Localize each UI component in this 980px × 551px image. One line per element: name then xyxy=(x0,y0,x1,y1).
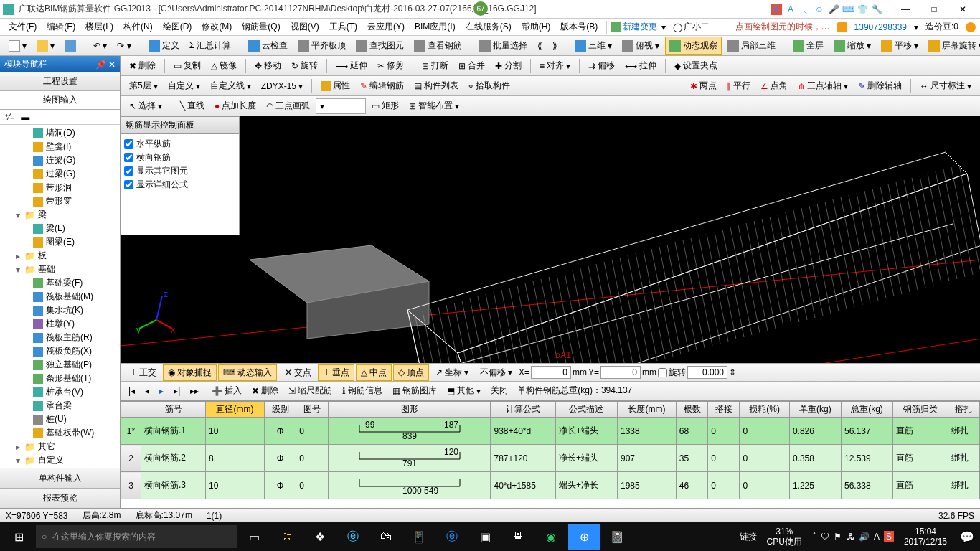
menu-file[interactable]: 文件(F) xyxy=(4,19,41,35)
rebar-info-button[interactable]: ℹ 钢筋信息 xyxy=(339,383,386,398)
three-aux-button[interactable]: ⋔ 三点辅轴 ▾ xyxy=(793,77,852,95)
tree-item[interactable]: 基础梁(F) xyxy=(0,276,120,290)
mid-toggle[interactable]: △ 中点 xyxy=(356,364,392,381)
voice-icon[interactable]: ◟ xyxy=(799,4,811,15)
two-point-button[interactable]: ✱ 两点 xyxy=(686,77,721,95)
rotate-button[interactable]: ↻ 旋转 xyxy=(287,57,322,75)
tree-item[interactable]: ▸📁其它 xyxy=(0,440,120,453)
rebar-close-button[interactable]: 关闭 xyxy=(487,383,512,398)
tray-up-icon[interactable]: ˄ xyxy=(812,532,816,542)
tree-item[interactable]: ▾📁基础 xyxy=(0,263,120,276)
tree-item[interactable]: 筏板主筋(R) xyxy=(0,331,120,344)
rebar-lib-button[interactable]: ▦ 钢筋图库 xyxy=(389,383,440,398)
rect-button[interactable]: ▭ 矩形 xyxy=(367,97,403,115)
cpu-widget[interactable]: 31%CPU使用 xyxy=(761,527,808,547)
rebar-nav-play[interactable]: ▸▸ xyxy=(187,385,202,397)
zdyx-dropdown[interactable]: ZDYX-15 ▾ xyxy=(257,78,307,94)
split-button[interactable]: ✚ 分割 xyxy=(491,57,526,75)
tree-item[interactable]: 壁龛(I) xyxy=(0,140,120,154)
cloud-check-button[interactable]: 云检查 xyxy=(244,37,292,55)
tray-lang-icon[interactable]: A xyxy=(874,532,880,542)
start-button[interactable]: ⊞ xyxy=(3,524,34,550)
line-button[interactable]: ╲ 直线 xyxy=(176,97,209,115)
arc3-dropdown[interactable]: ▾ xyxy=(316,98,366,114)
move-button[interactable]: ✥ 移动 xyxy=(250,57,286,75)
offset-mode-dropdown[interactable]: 不偏移 ▾ xyxy=(475,364,517,381)
menu-version[interactable]: 版本号(B) xyxy=(556,19,602,35)
phone-link[interactable]: 13907298339 xyxy=(854,22,907,32)
coord-mode[interactable]: ↗ 坐标 ▾ xyxy=(430,364,473,381)
flat-top-button[interactable]: 平齐板顶 xyxy=(293,37,350,55)
select-button[interactable]: ↖ 选择 ▾ xyxy=(125,97,166,115)
tree-item[interactable]: ▸📁板 xyxy=(0,249,120,263)
redo-button[interactable]: ↷ ▾ xyxy=(113,38,135,54)
pin-icon[interactable]: 📌 xyxy=(95,60,106,70)
new-change-link[interactable]: 新建变更 xyxy=(623,21,657,33)
taskbar-clock[interactable]: 15:042017/12/15 xyxy=(898,527,953,547)
tree-item[interactable]: 筏板负筋(X) xyxy=(0,344,120,358)
menu-edit[interactable]: 编辑(E) xyxy=(42,19,80,35)
tree[interactable]: 墙洞(D)壁龛(I)连梁(G)过梁(G)带形洞带形窗▾📁梁梁(L)圈梁(E)▸📁… xyxy=(0,125,120,468)
tree-item[interactable]: ▾📁梁 xyxy=(0,208,120,222)
pick-component-button[interactable]: ⌖ 拾取构件 xyxy=(464,77,514,95)
peak-toggle[interactable]: ◇ 顶点 xyxy=(393,364,429,381)
cross-toggle[interactable]: ✕ 交点 xyxy=(280,364,316,381)
keyboard-icon[interactable]: ⌨ xyxy=(842,4,854,15)
tree-item[interactable]: 承台梁 xyxy=(0,399,120,413)
x-input[interactable] xyxy=(531,366,571,379)
custom-line-dropdown[interactable]: 自定义线 ▾ xyxy=(206,77,255,95)
tree-item[interactable]: 柱墩(Y) xyxy=(0,317,120,331)
rebar-nav-first[interactable]: |◂ xyxy=(125,385,138,397)
align-button[interactable]: ≡ 对齐▾ xyxy=(535,57,575,75)
zoom-button[interactable]: 缩放▾ xyxy=(829,37,875,55)
store-icon[interactable]: 🛍 xyxy=(370,524,402,550)
menu-online[interactable]: 在线服务(S) xyxy=(461,19,516,35)
sidebar-close-icon[interactable]: ✕ xyxy=(108,60,116,70)
dimension-button[interactable]: ↔ 尺寸标注 ▾ xyxy=(915,77,976,95)
tray-net-icon[interactable]: 🖧 xyxy=(846,532,854,542)
y-input[interactable] xyxy=(600,366,641,379)
tree-item[interactable]: 带形窗 xyxy=(0,194,120,208)
phone-app-icon[interactable]: 📱 xyxy=(403,524,435,550)
angle-stepper[interactable]: ⇕ xyxy=(729,367,736,377)
tree-item[interactable]: 独立基础(P) xyxy=(0,358,120,372)
define-button[interactable]: 定义 xyxy=(144,37,184,55)
rebar-scale-button[interactable]: ⇲ 缩尺配筋 xyxy=(285,383,336,398)
expand-all-icon[interactable]: ⁺⁄₋ xyxy=(4,112,14,122)
smart-layout-button[interactable]: ⊞ 智能布置 ▾ xyxy=(405,97,463,115)
table-row[interactable]: 2横向钢筋.28Φ0791120787+120净长+端头90735000.358… xyxy=(121,445,980,472)
local-3d-button[interactable]: 局部三维 xyxy=(723,37,780,55)
sidebar-tab-draw[interactable]: 绘图输入 xyxy=(0,91,120,110)
tree-item[interactable]: 筏板基础(M) xyxy=(0,290,120,303)
view-rebar-button[interactable]: 查看钢筋 xyxy=(410,37,466,55)
dynamic-orbit-button[interactable]: 动态观察 xyxy=(665,37,722,55)
prev-ent-button[interactable]: ⟪ xyxy=(533,38,547,54)
del-aux-button[interactable]: ✎ 删除辅轴 xyxy=(854,77,906,95)
menu-tools[interactable]: 工具(T) xyxy=(325,19,362,35)
tree-item[interactable]: 连梁(G) xyxy=(0,154,120,167)
wrench-icon[interactable]: 🔧 xyxy=(871,4,882,15)
rebar-table[interactable]: 筋号直径(mm)级别图号图形计算公式公式描述长度(mm)根数搭接损耗(%)单重(… xyxy=(121,401,980,499)
printer-icon[interactable]: 🖶 xyxy=(502,524,534,550)
top-view-button[interactable]: 俯视▾ xyxy=(618,37,664,55)
ie-icon[interactable]: ⓔ xyxy=(337,524,369,550)
minimize-button[interactable]: — xyxy=(891,1,920,18)
arc3-button[interactable]: ◠ 三点画弧 xyxy=(262,97,314,115)
menu-component[interactable]: 构件(N) xyxy=(119,19,157,35)
rebar-nav-prev[interactable]: ◂ xyxy=(141,385,153,397)
tray-flag-icon[interactable]: ⚑ xyxy=(834,532,842,542)
set-clamp-button[interactable]: ◆ 设置夹点 xyxy=(670,57,722,75)
task-icon[interactable]: ▣ xyxy=(469,524,501,550)
ortho-toggle[interactable]: ⊥ 正交 xyxy=(125,364,161,381)
ime-s-icon[interactable]: S xyxy=(771,4,782,15)
menu-bim[interactable]: BIM应用(I) xyxy=(410,19,460,35)
parallel-button[interactable]: ∥ 平行 xyxy=(722,77,755,95)
user-avatar-icon[interactable]: ◯ xyxy=(673,22,682,32)
menu-cloud[interactable]: 云应用(Y) xyxy=(363,19,409,35)
table-row[interactable]: 1*横向钢筋.110Φ099839187938+40*d净长+端头1338680… xyxy=(121,418,980,445)
table-row[interactable]: 3横向钢筋.310Φ01000 54940*d+1585端头+净长1985460… xyxy=(121,472,980,499)
tray-vol-icon[interactable]: 🔊 xyxy=(859,532,870,542)
new-button[interactable]: ▾ xyxy=(4,37,31,55)
tray-shield-icon[interactable]: 🛡 xyxy=(821,532,829,542)
attr-button[interactable]: 属性 xyxy=(316,77,354,95)
